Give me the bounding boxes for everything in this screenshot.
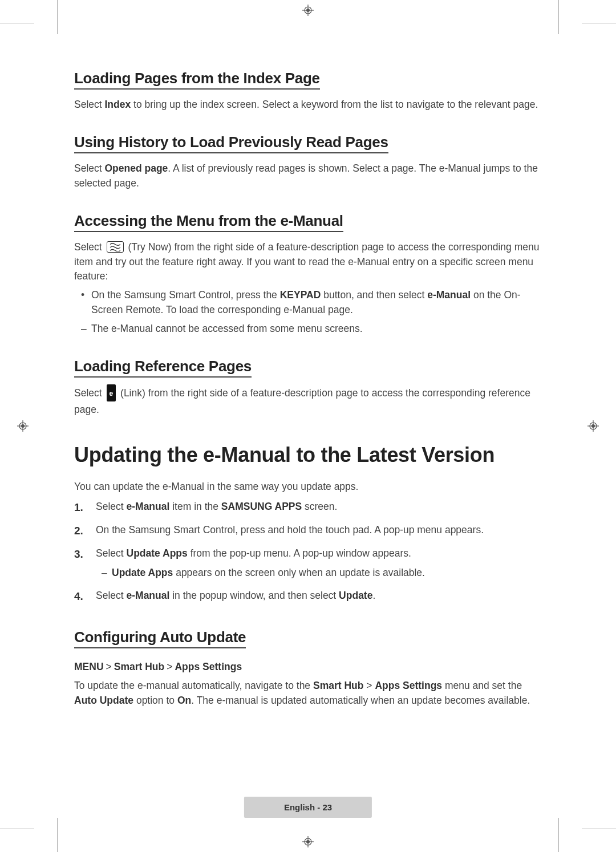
- crop-mark: [558, 818, 559, 852]
- step-3-note: Update Apps appears on the screen only w…: [112, 566, 542, 580]
- step-2: 2. On the Samsung Smart Control, press a…: [74, 522, 542, 538]
- link-icon: e: [107, 384, 116, 401]
- crop-mark: [0, 829, 34, 829]
- section5-text: To update the e-manual automatically, na…: [74, 679, 542, 708]
- heading-history: Using History to Load Previously Read Pa…: [74, 133, 388, 153]
- registration-mark-icon: [302, 836, 314, 847]
- heading-loading-index: Loading Pages from the Index Page: [74, 70, 320, 90]
- crop-mark: [57, 818, 58, 852]
- manual-page: Loading Pages from the Index Page Select…: [0, 0, 616, 852]
- registration-mark-icon: [587, 420, 599, 432]
- section4-text: Select e (Link) from the right side of a…: [74, 386, 542, 417]
- crop-mark: [57, 0, 58, 34]
- heading-reference: Loading Reference Pages: [74, 358, 252, 378]
- svg-point-7: [306, 840, 310, 843]
- crop-mark: [582, 829, 616, 829]
- crop-mark: [0, 23, 34, 23]
- page-content: Loading Pages from the Index Page Select…: [74, 63, 542, 708]
- registration-mark-icon: [17, 420, 29, 432]
- section2-text: Select Opened page. A list of previously…: [74, 161, 542, 190]
- heading-updating-emanual: Updating the e-Manual to the Latest Vers…: [74, 443, 542, 467]
- updating-intro: You can update the e-Manual in the same …: [74, 480, 542, 494]
- svg-point-11: [21, 424, 25, 428]
- page-footer: English - 23: [244, 797, 372, 818]
- heading-auto-update: Configuring Auto Update: [74, 628, 246, 648]
- section1-text: Select Index to bring up the index scree…: [74, 98, 542, 112]
- crop-mark: [582, 23, 616, 23]
- section3-note: The e-Manual cannot be accessed from som…: [91, 322, 542, 336]
- step-number: 2.: [74, 522, 83, 539]
- try-now-icon: [107, 241, 124, 253]
- step-number: 4.: [74, 588, 83, 604]
- svg-point-3: [306, 9, 310, 12]
- step-4: 4. Select e-Manual in the popup window, …: [74, 588, 542, 603]
- step-number: 3.: [74, 546, 83, 562]
- step-number: 1.: [74, 499, 83, 516]
- crop-mark: [558, 0, 559, 34]
- step-3: 3. Select Update Apps from the pop-up me…: [74, 546, 542, 581]
- section3-bullet: On the Samsung Smart Control, press the …: [91, 288, 542, 317]
- step-1: 1. Select e-Manual item in the SAMSUNG A…: [74, 499, 542, 514]
- menu-path: MENU>Smart Hub>Apps Settings: [74, 661, 542, 673]
- registration-mark-icon: [302, 5, 314, 16]
- svg-point-15: [591, 424, 595, 428]
- heading-accessing-menu: Accessing the Menu from the e-Manual: [74, 212, 343, 232]
- section3-text: Select (Try Now) from the right side of …: [74, 240, 542, 283]
